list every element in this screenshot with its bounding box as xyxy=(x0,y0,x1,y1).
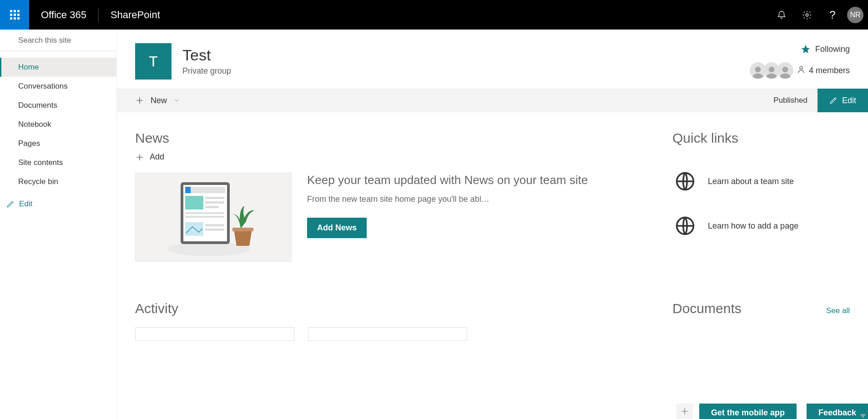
user-avatar[interactable]: NR xyxy=(847,7,863,23)
member-avatar xyxy=(777,62,793,79)
news-illustration-icon xyxy=(163,179,263,256)
news-block: Keep your team updated with News on your… xyxy=(135,173,645,262)
news-text: Keep your team updated with News on your… xyxy=(307,173,645,238)
chevron-down-icon xyxy=(173,97,180,104)
new-button[interactable]: New xyxy=(135,96,180,105)
feedback-button[interactable]: Feedback xyxy=(807,404,868,419)
add-news-label: Add xyxy=(150,152,164,162)
svg-rect-16 xyxy=(185,216,224,218)
see-all-link[interactable]: See all xyxy=(826,306,850,315)
sidebar: Home Conversations Documents Notebook Pa… xyxy=(0,30,116,419)
add-news-button[interactable]: Add News xyxy=(307,218,367,238)
command-bar-right: Published Edit xyxy=(763,89,868,112)
activity-card[interactable] xyxy=(308,327,467,341)
globe-icon xyxy=(672,213,698,239)
get-mobile-app-button[interactable]: Get the mobile app xyxy=(699,404,797,419)
scrollbar-down-arrow-icon[interactable] xyxy=(860,414,866,418)
svg-rect-18 xyxy=(205,224,224,226)
search-input[interactable] xyxy=(17,35,116,45)
brand-office365[interactable]: Office 365 xyxy=(29,0,98,30)
activity-section: Activity xyxy=(135,301,645,341)
svg-rect-9 xyxy=(185,187,225,193)
body-area: Home Conversations Documents Notebook Pa… xyxy=(0,30,868,419)
person-silhouette-icon xyxy=(765,65,778,79)
svg-rect-20 xyxy=(232,228,253,231)
quicklink-label: Learn how to add a page xyxy=(708,221,798,231)
published-status: Published xyxy=(763,89,818,112)
nav-notebook[interactable]: Notebook xyxy=(0,115,116,134)
brand-app[interactable]: SharePoint xyxy=(99,0,172,30)
app-launcher-button[interactable] xyxy=(0,0,29,30)
svg-rect-12 xyxy=(205,197,224,199)
edit-label: Edit xyxy=(842,96,856,105)
members-button[interactable]: 4 members xyxy=(750,62,850,79)
app-bar: Office 365 SharePoint ? NR xyxy=(0,0,868,30)
news-title: News xyxy=(135,130,645,146)
main-area: T Test Private group Following xyxy=(116,30,868,419)
person-icon xyxy=(797,65,805,77)
lower-row: Activity Documents See all xyxy=(117,262,868,341)
svg-rect-14 xyxy=(205,206,219,208)
command-bar: New Published Edit xyxy=(117,89,868,112)
quicklink-label: Learn about a team site xyxy=(708,177,794,186)
app-bar-right: ? NR xyxy=(769,0,868,30)
news-headline: Keep your team updated with News on your… xyxy=(307,173,645,188)
floating-buttons: Get the mobile app Feedback xyxy=(699,404,868,419)
svg-rect-19 xyxy=(205,229,224,231)
nav-edit-label: Edit xyxy=(19,200,32,209)
documents-section: Documents See all xyxy=(672,301,850,341)
person-silhouette-icon xyxy=(778,65,792,79)
star-icon xyxy=(801,44,811,54)
following-button[interactable]: Following xyxy=(801,44,850,54)
gear-icon xyxy=(802,10,812,20)
svg-point-2 xyxy=(755,67,761,73)
plus-icon xyxy=(135,153,144,162)
quicklinks-section: Quick links Learn about a team site xyxy=(672,130,850,262)
news-thumbnail xyxy=(135,173,292,262)
site-logo[interactable]: T xyxy=(135,43,172,80)
notifications-button[interactable] xyxy=(769,0,794,30)
nav-home[interactable]: Home xyxy=(0,58,116,77)
quicklink-learn-add-page[interactable]: Learn how to add a page xyxy=(672,210,850,255)
activity-card[interactable] xyxy=(135,327,294,341)
svg-point-3 xyxy=(769,67,775,73)
nav-conversations[interactable]: Conversations xyxy=(0,77,116,96)
following-label: Following xyxy=(815,45,850,54)
site-header: T Test Private group Following xyxy=(117,30,868,89)
svg-rect-15 xyxy=(185,212,224,214)
quicklink-learn-team-site[interactable]: Learn about a team site xyxy=(672,166,850,210)
nav-recycle-bin[interactable]: Recycle bin xyxy=(0,172,116,191)
edit-page-button[interactable]: Edit xyxy=(818,89,868,112)
pencil-icon xyxy=(829,96,838,105)
search-box[interactable] xyxy=(0,30,116,51)
quicklinks-title: Quick links xyxy=(672,130,850,146)
site-title-block: Test Private group xyxy=(182,47,231,76)
settings-button[interactable] xyxy=(794,0,820,30)
nav-pages[interactable]: Pages xyxy=(0,134,116,153)
member-avatars xyxy=(750,62,793,79)
add-news-link[interactable]: Add xyxy=(135,152,164,162)
site-title[interactable]: Test xyxy=(182,47,231,64)
news-section: News Add xyxy=(135,130,645,262)
svg-rect-10 xyxy=(185,187,191,193)
svg-point-0 xyxy=(806,14,808,16)
nav-edit-link[interactable]: Edit xyxy=(0,195,116,213)
svg-point-5 xyxy=(800,66,802,69)
documents-add-button[interactable] xyxy=(676,404,693,419)
new-label: New xyxy=(151,96,167,105)
person-silhouette-icon xyxy=(751,65,765,79)
globe-icon xyxy=(672,169,698,194)
help-button[interactable]: ? xyxy=(820,0,845,30)
pencil-icon xyxy=(6,200,15,208)
question-icon: ? xyxy=(829,9,835,21)
activity-title: Activity xyxy=(135,301,645,316)
content-row: News Add xyxy=(117,112,868,262)
bell-icon xyxy=(777,10,787,20)
nav-documents[interactable]: Documents xyxy=(0,96,116,115)
documents-title: Documents xyxy=(672,301,850,316)
svg-rect-13 xyxy=(205,201,224,204)
nav-site-contents[interactable]: Site contents xyxy=(0,153,116,172)
members-label: 4 members xyxy=(809,66,850,75)
nav-list: Home Conversations Documents Notebook Pa… xyxy=(0,51,116,195)
svg-rect-11 xyxy=(185,196,203,210)
